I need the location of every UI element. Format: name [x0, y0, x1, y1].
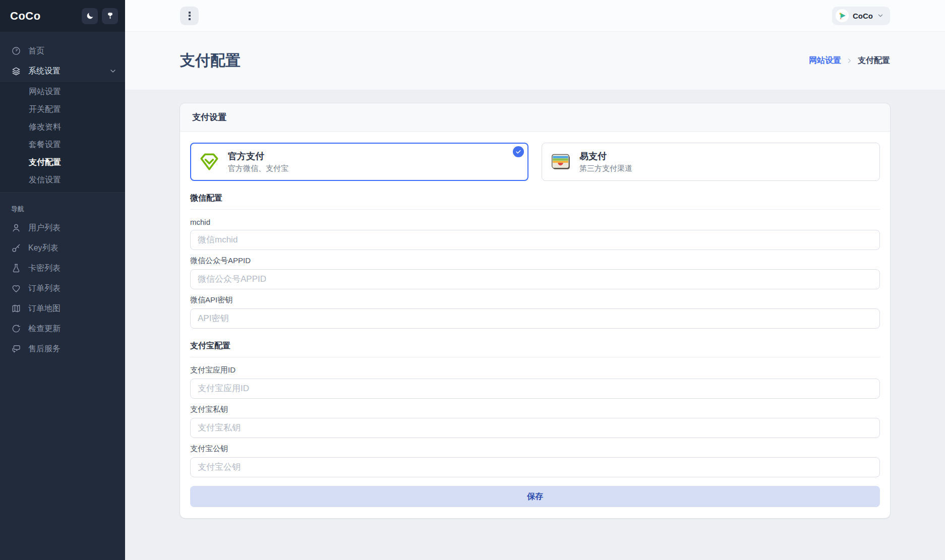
dashboard-icon [11, 46, 21, 56]
sidebar-item-check-update[interactable]: 检查更新 [0, 319, 125, 339]
chevron-down-icon [109, 67, 117, 75]
content-area: 支付设置 官方支付 [125, 90, 945, 560]
payment-settings-card: 支付设置 官方支付 [180, 103, 890, 518]
sidebar-section-label: 导航 [0, 201, 125, 218]
option-subtitle: 官方微信、支付宝 [228, 164, 288, 173]
field-label: 微信公众号APPID [190, 256, 880, 266]
kebab-menu-icon [189, 12, 191, 14]
sidebar-item-key-list[interactable]: Key列表 [0, 238, 125, 258]
sidebar-item-label: 售后服务 [28, 344, 61, 354]
sidebar-item-label: 卡密列表 [28, 263, 61, 274]
sidebar-item-order-map[interactable]: 订单地图 [0, 298, 125, 319]
sidebar-item-payment-config[interactable]: 支付配置 [0, 154, 125, 171]
alipay-appid-input[interactable] [190, 379, 880, 399]
chat-icon [11, 344, 21, 354]
sidebar-item-label: 首页 [28, 46, 44, 56]
breadcrumb: 网站设置 支付配置 [809, 55, 890, 66]
sidebar-header: CoCo [0, 0, 125, 32]
field-label: 支付宝公钥 [190, 444, 880, 454]
app-root: CoCo [0, 0, 945, 560]
sidebar-item-edit-profile[interactable]: 修改资料 [0, 118, 125, 136]
app-logo: CoCo [10, 10, 78, 23]
map-icon [11, 303, 21, 314]
layers-icon [11, 66, 21, 76]
sidebar-item-mail-settings[interactable]: 发信设置 [0, 171, 125, 189]
page-title: 支付配置 [180, 50, 241, 71]
field-wechat-appid: 微信公众号APPID [190, 256, 880, 289]
chevron-right-icon [846, 57, 853, 65]
option-title: 官方支付 [228, 150, 288, 162]
sidebar-item-label: 订单地图 [28, 303, 61, 314]
user-name: CoCo [853, 12, 873, 20]
save-button[interactable]: 保存 [190, 486, 880, 507]
page-header: 支付配置 网站设置 支付配置 [125, 32, 945, 90]
option-title: 易支付 [579, 150, 632, 162]
sidebar-item-system-settings[interactable]: 系统设置 [0, 61, 125, 81]
sidebar-item-card-key-list[interactable]: 卡密列表 [0, 258, 125, 278]
sidebar-nav: 首页 系统设置 网站设置 开关配置 修改资料 套餐设置 支付配置 [0, 32, 125, 359]
field-label: 支付宝私钥 [190, 405, 880, 414]
sidebar-item-home[interactable]: 首页 [0, 41, 125, 61]
section-title-alipay: 支付宝配置 [190, 341, 880, 357]
heart-icon [11, 283, 21, 293]
section-title-wechat: 微信配置 [190, 193, 880, 210]
selected-check-badge [513, 146, 524, 157]
theme-brush-button[interactable] [102, 8, 118, 24]
key-icon [11, 243, 21, 253]
sidebar-item-switch-config[interactable]: 开关配置 [0, 101, 125, 118]
field-alipay-private-key: 支付宝私钥 [190, 405, 880, 438]
option-subtitle: 第三方支付渠道 [579, 164, 632, 173]
wechat-appid-input[interactable] [190, 269, 880, 289]
breadcrumb-current: 支付配置 [858, 55, 890, 66]
option-official-payment[interactable]: 官方支付 官方微信、支付宝 [190, 143, 528, 181]
field-wechat-api-key: 微信API密钥 [190, 295, 880, 329]
breadcrumb-link-site-settings[interactable]: 网站设置 [809, 55, 841, 66]
alipay-private-key-input[interactable] [190, 418, 880, 438]
card-header: 支付设置 [180, 103, 890, 132]
sidebar-item-plan-settings[interactable]: 套餐设置 [0, 136, 125, 154]
topbar: CoCo [125, 0, 945, 32]
field-label: mchid [190, 218, 880, 226]
avatar [836, 9, 849, 22]
mchid-input[interactable] [190, 230, 880, 250]
sidebar-item-after-sales[interactable]: 售后服务 [0, 339, 125, 359]
field-alipay-public-key: 支付宝公钥 [190, 444, 880, 477]
alipay-public-key-input[interactable] [190, 457, 880, 477]
chevron-down-icon [877, 12, 884, 19]
field-label: 支付宝应用ID [190, 365, 880, 375]
sidebar-item-label: 用户列表 [28, 223, 61, 233]
field-alipay-appid: 支付宝应用ID [190, 365, 880, 399]
sidebar-item-label: Key列表 [28, 243, 58, 254]
flask-icon [11, 263, 21, 273]
sidebar: CoCo [0, 0, 125, 560]
topbar-menu-button[interactable] [180, 7, 199, 25]
epay-icon [550, 151, 571, 172]
user-menu-button[interactable]: CoCo [832, 7, 890, 25]
sidebar-item-label: 检查更新 [28, 324, 61, 334]
refresh-icon [11, 324, 21, 334]
card-body: 官方支付 官方微信、支付宝 [180, 132, 890, 518]
field-label: 微信API密钥 [190, 295, 880, 305]
sidebar-item-order-list[interactable]: 订单列表 [0, 278, 125, 298]
sidebar-item-user-list[interactable]: 用户列表 [0, 218, 125, 238]
sidebar-item-label: 订单列表 [28, 283, 61, 294]
user-icon [11, 223, 21, 233]
wechat-pay-icon [199, 151, 220, 172]
moon-icon [86, 12, 94, 20]
brush-icon [106, 12, 114, 20]
option-epay[interactable]: 易支付 第三方支付渠道 [542, 143, 880, 181]
sidebar-item-label: 系统设置 [28, 66, 61, 77]
sidebar-submenu: 网站设置 开关配置 修改资料 套餐设置 支付配置 发信设置 [0, 81, 125, 193]
wechat-api-key-input[interactable] [190, 308, 880, 329]
payment-mode-options: 官方支付 官方微信、支付宝 [190, 143, 880, 181]
main-area: CoCo 支付配置 网站设置 支付配置 [125, 0, 945, 560]
sidebar-item-site-settings[interactable]: 网站设置 [0, 83, 125, 101]
dark-mode-button[interactable] [82, 8, 98, 24]
field-mchid: mchid [190, 218, 880, 250]
